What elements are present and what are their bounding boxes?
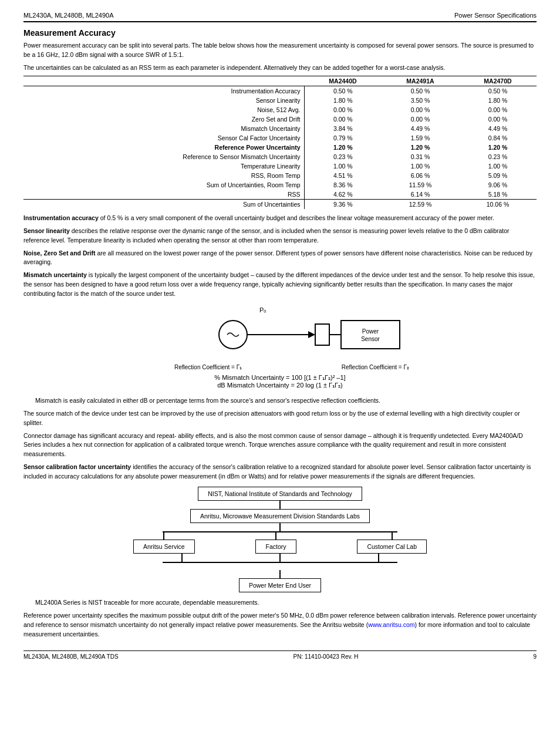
- table-row: RSS4.62 %6.14 %5.18 %: [23, 190, 537, 200]
- svg-marker-2: [308, 331, 315, 338]
- table-cell-label: Sum of Uncertainties, Room Temp: [23, 180, 304, 190]
- table-col-ma2491a: MA2491A: [382, 76, 459, 86]
- table-cell-col1: 1.00 %: [304, 161, 382, 171]
- footer-right: 9: [533, 653, 537, 660]
- table-row: Sensor Linearity1.80 %3.50 %1.80 %: [23, 96, 537, 105]
- table-row: Reference Power Uncertainty1.20 %1.20 %1…: [23, 143, 537, 152]
- para-sensor-linearity-prefix: Sensor linearity: [23, 227, 70, 234]
- sensor-label-2: Sensor: [361, 336, 380, 342]
- table-cell-col3: 0.00 %: [459, 114, 537, 124]
- connector-text-1: The source match of the device under tes…: [23, 409, 537, 428]
- hier-branch-service: Anritsu Service: [133, 531, 195, 554]
- table-row: Zero Set and Drift0.00 %0.00 %0.00 %: [23, 114, 537, 124]
- svg-rect-5: [341, 321, 400, 349]
- table-cell-col3: 5.18 %: [459, 190, 537, 200]
- table-cell-col2: 1.59 %: [382, 133, 459, 143]
- mismatch-calc-text: Mismatch is easily calculated in either …: [23, 396, 537, 406]
- table-cell-col2: 11.59 %: [382, 180, 459, 190]
- para-sensor-linearity: Sensor linearity describes the relative …: [23, 227, 537, 245]
- hier-branch-factory: Factory: [255, 531, 296, 554]
- table-cell-col2: 3.50 %: [382, 96, 459, 105]
- intro-text-1: Power measurement accuracy can be split …: [23, 41, 537, 60]
- table-cell-col1: 0.79 %: [304, 133, 382, 143]
- formula-2: dB Mismatch Uncertainty = 20 log (1 ± Γ₁…: [214, 382, 345, 389]
- table-row: RSS, Room Temp4.51 %6.06 %5.09 %: [23, 171, 537, 180]
- table-row: Instrumentation Accuracy0.50 %0.50 %0.50…: [23, 86, 537, 96]
- table-cell-col3: 1.00 %: [459, 161, 537, 171]
- table-cell-col1: 0.00 %: [304, 114, 382, 124]
- header-left: ML2430A, ML2480B, ML2490A: [23, 12, 114, 19]
- para-noise: Noise, Zero Set and Drift are all measur…: [23, 249, 537, 268]
- page-footer: ML2430A, ML2480B, ML2490A TDS PN: 11410-…: [23, 650, 537, 660]
- table-cell-col2: 0.00 %: [382, 105, 459, 114]
- table-cell-col1: 4.51 %: [304, 171, 382, 180]
- hier-anritsu: Anritsu, Microwave Measurement Division …: [190, 509, 370, 523]
- table-cell-label: Sum of Uncertainties: [23, 200, 304, 210]
- hier-conn-2: [279, 523, 281, 531]
- table-cell-col3: 9.06 %: [459, 180, 537, 190]
- table-cell-label: Noise, 512 Avg.: [23, 105, 304, 114]
- para-sensor-linearity-text: describes the relative response over the…: [23, 227, 510, 244]
- table-cell-col3: 5.09 %: [459, 171, 537, 180]
- table-cell-col2: 0.50 %: [382, 86, 459, 96]
- para-noise-text: are all measured on the lowest power ran…: [23, 250, 532, 266]
- table-cell-col2: 12.59 %: [382, 200, 459, 210]
- section-title: Measurement Accuracy: [23, 28, 537, 38]
- para-mismatch-prefix: Mismatch uncertainty: [23, 271, 87, 278]
- para-instrumentation-text: of 0.5 % is a very small component of th…: [99, 214, 494, 221]
- p0-label: P₀: [259, 306, 266, 313]
- table-cell-col2: 6.14 %: [382, 190, 459, 200]
- table-cell-label: Temperature Linearity: [23, 161, 304, 171]
- hier-conn-1: [279, 501, 281, 509]
- hier-enduser: Power Meter End User: [239, 578, 321, 592]
- table-cell-col2: 0.31 %: [382, 152, 459, 161]
- table-cell-label: Reference to Sensor Mismatch Uncertainty: [23, 152, 304, 161]
- table-cell-col1: 4.62 %: [304, 190, 382, 200]
- para-mismatch-text: is typically the largest component of th…: [23, 271, 535, 297]
- hier-branch-customer: Customer Cal Lab: [357, 531, 427, 554]
- accuracy-table: MA2440D MA2491A MA2470D Instrumentation …: [23, 76, 537, 209]
- table-row: Sum of Uncertainties9.36 %12.59 %10.06 %: [23, 200, 537, 210]
- table-row: Mismatch Uncertainty3.84 %4.49 %4.49 %: [23, 124, 537, 133]
- table-cell-col1: 8.36 %: [304, 180, 382, 190]
- table-row: Sensor Cal Factor Uncertainty0.79 %1.59 …: [23, 133, 537, 143]
- table-cell-col3: 0.84 %: [459, 133, 537, 143]
- mismatch-diagram: P₀ Power Sensor Reflection Coefficient =…: [23, 304, 537, 393]
- table-cell-col2: 1.20 %: [382, 143, 459, 152]
- table-cell-col1: 9.36 %: [304, 200, 382, 210]
- table-row: Sum of Uncertainties, Room Temp8.36 %11.…: [23, 180, 537, 190]
- ref-power-text: Reference power uncertainty specifies th…: [23, 611, 537, 639]
- table-cell-col2: 4.49 %: [382, 124, 459, 133]
- mismatch-diagram-svg: P₀ Power Sensor: [139, 304, 421, 363]
- table-row: Noise, 512 Avg.0.00 %0.00 %0.00 %: [23, 105, 537, 114]
- sensor-label-1: Power: [362, 328, 379, 335]
- hierarchy-diagram: NIST, National Institute of Standards an…: [133, 487, 427, 592]
- table-cell-col1: 0.23 %: [304, 152, 382, 161]
- sensor-cal-prefix: Sensor calibration factor uncertainty: [23, 463, 131, 470]
- para-noise-prefix: Noise, Zero Set and Drift: [23, 250, 96, 257]
- svg-rect-3: [315, 324, 329, 345]
- table-cell-col3: 1.20 %: [459, 143, 537, 152]
- footer-left: ML2430A, ML2480B, ML2490A TDS: [23, 653, 119, 660]
- hier-customer-cal: Customer Cal Lab: [357, 540, 427, 554]
- anritsu-link[interactable]: www.anritsu.com: [368, 621, 414, 628]
- sensor-cal-text: Sensor calibration factor uncertainty id…: [23, 463, 537, 481]
- formula-1: % Mismatch Uncertainty = 100 [(1 ± Γ₁Γ₂)…: [214, 374, 345, 382]
- page-header: ML2430A, ML2480B, ML2490A Power Sensor S…: [23, 12, 537, 22]
- table-cell-col1: 3.84 %: [304, 124, 382, 133]
- table-cell-col3: 0.50 %: [459, 86, 537, 96]
- table-cell-label: Sensor Linearity: [23, 96, 304, 105]
- table-cell-label: Mismatch Uncertainty: [23, 124, 304, 133]
- table-cell-label: Sensor Cal Factor Uncertainty: [23, 133, 304, 143]
- table-cell-label: Reference Power Uncertainty: [23, 143, 304, 152]
- table-cell-col3: 0.00 %: [459, 105, 537, 114]
- intro-text-2: The uncertainties can be calculated as a…: [23, 63, 537, 73]
- table-cell-col3: 1.80 %: [459, 96, 537, 105]
- table-cell-label: Zero Set and Drift: [23, 114, 304, 124]
- table-col-ma2440d: MA2440D: [304, 76, 382, 86]
- table-cell-col1: 1.20 %: [304, 143, 382, 152]
- hier-anritsu-service: Anritsu Service: [133, 540, 195, 554]
- hier-factory: Factory: [255, 540, 296, 554]
- para-instrumentation-prefix: Instrumentation accuracy: [23, 214, 99, 221]
- header-right: Power Sensor Specifications: [454, 12, 537, 19]
